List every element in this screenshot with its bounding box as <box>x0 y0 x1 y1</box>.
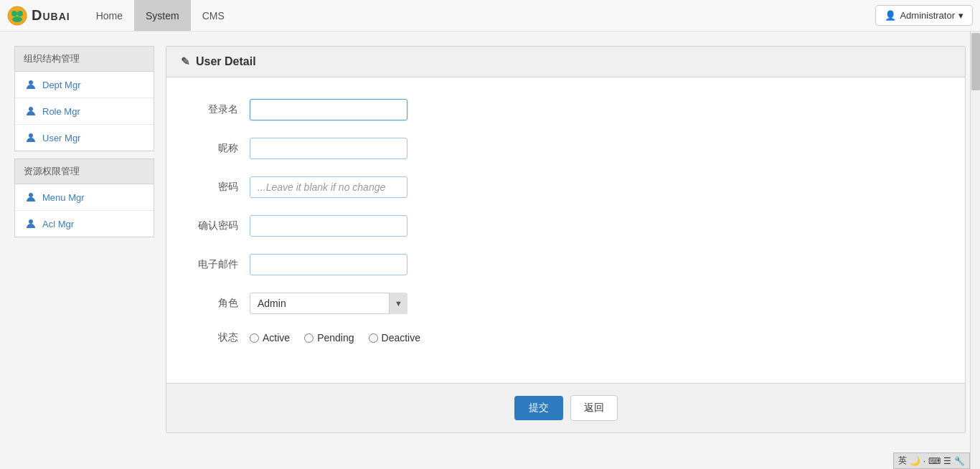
sidebar-item-menu-mgr[interactable]: Menu Mgr <box>15 184 154 211</box>
bottom-bar-lang: 英 <box>898 455 907 467</box>
svg-point-6 <box>29 133 33 138</box>
admin-chevron-icon: ▾ <box>958 10 963 21</box>
bottom-bar-icon5: 🔧 <box>954 456 965 466</box>
page-body: 组织结构管理 Dept Mgr Role Mgr <box>0 32 980 469</box>
admin-user-icon: 👤 <box>885 10 896 21</box>
main-content: ✎ User Detail 登录名 昵称 密码 <box>166 46 966 455</box>
email-input[interactable] <box>250 254 407 275</box>
sidebar-item-acl-mgr-label: Acl Mgr <box>42 219 74 229</box>
status-group: 状态 Active Pending Deactive <box>181 331 951 344</box>
brand-name: Dubai <box>32 7 70 24</box>
sidebar-group1-menu: Dept Mgr Role Mgr User Mgr <box>14 71 154 151</box>
svg-point-7 <box>29 193 33 197</box>
svg-point-4 <box>29 80 33 85</box>
svg-point-3 <box>12 16 22 22</box>
nickname-group: 昵称 <box>181 138 951 159</box>
status-radio-active[interactable]: Active <box>250 332 290 344</box>
navbar: Dubai Home System CMS 👤 Administrator ▾ <box>0 0 980 32</box>
username-group: 登录名 <box>181 99 951 120</box>
sidebar-item-role-mgr[interactable]: Role Mgr <box>15 98 154 125</box>
sidebar-item-menu-mgr-label: Menu Mgr <box>42 192 85 203</box>
person-icon <box>25 132 37 143</box>
scrollbar[interactable] <box>970 32 980 469</box>
status-radio-deactive-input[interactable] <box>369 333 378 343</box>
nav-menu: Home System CMS <box>85 0 876 31</box>
nav-item-home[interactable]: Home <box>85 0 134 31</box>
sidebar-item-role-mgr-label: Role Mgr <box>42 106 80 117</box>
nav-item-system[interactable]: System <box>134 0 191 31</box>
nickname-input[interactable] <box>250 138 407 159</box>
status-radio-active-input[interactable] <box>250 333 259 343</box>
status-active-label: Active <box>263 332 290 344</box>
status-radio-group: Active Pending Deactive <box>250 332 420 344</box>
email-group: 电子邮件 <box>181 254 951 275</box>
admin-label: Administrator <box>900 10 955 21</box>
bottom-bar-icon4: ☰ <box>943 456 951 466</box>
bottom-bar: 英 🌙 · ⌨ ☰ 🔧 <box>893 453 970 469</box>
svg-point-1 <box>11 11 17 16</box>
sidebar-item-dept-mgr[interactable]: Dept Mgr <box>15 72 154 98</box>
user-detail-card: ✎ User Detail 登录名 昵称 密码 <box>166 46 966 433</box>
person-icon <box>25 191 37 203</box>
svg-point-5 <box>29 107 33 111</box>
submit-button[interactable]: 提交 <box>514 396 563 420</box>
admin-dropdown-button[interactable]: 👤 Administrator ▾ <box>875 5 973 26</box>
svg-point-0 <box>8 6 27 25</box>
email-label: 电子邮件 <box>181 258 238 271</box>
password-group: 密码 <box>181 176 951 198</box>
status-radio-pending[interactable]: Pending <box>304 332 354 344</box>
password-label: 密码 <box>181 181 238 194</box>
sidebar-group2-title: 资源权限管理 <box>14 158 154 184</box>
role-label: 角色 <box>181 297 238 310</box>
status-label: 状态 <box>181 331 238 344</box>
bottom-bar-icon3: ⌨ <box>928 456 941 466</box>
sidebar-item-dept-mgr-label: Dept Mgr <box>42 80 80 90</box>
role-group: 角色 Admin ▼ <box>181 293 951 314</box>
bottom-bar-icon2: · <box>923 456 925 466</box>
person-icon <box>25 218 37 229</box>
person-icon <box>25 79 37 90</box>
confirm-password-input[interactable] <box>250 215 407 237</box>
sidebar-group2-menu: Menu Mgr Acl Mgr <box>14 184 154 237</box>
role-select[interactable]: Admin <box>250 293 407 314</box>
back-button[interactable]: 返回 <box>570 395 618 421</box>
sidebar: 组织结构管理 Dept Mgr Role Mgr <box>14 46 154 455</box>
card-header: ✎ User Detail <box>166 47 965 77</box>
card-footer: 提交 返回 <box>166 383 965 432</box>
sidebar-item-user-mgr[interactable]: User Mgr <box>15 125 154 151</box>
nav-item-cms[interactable]: CMS <box>191 0 236 31</box>
card-title: User Detail <box>196 55 256 68</box>
confirm-password-group: 确认密码 <box>181 215 951 237</box>
username-input[interactable] <box>250 99 407 120</box>
navbar-right: 👤 Administrator ▾ <box>875 5 973 26</box>
bottom-bar-icon1: 🌙 <box>910 456 920 466</box>
brand-logo-link[interactable]: Dubai <box>7 6 70 26</box>
sidebar-item-user-mgr-label: User Mgr <box>42 133 80 143</box>
person-icon <box>25 105 37 117</box>
nickname-label: 昵称 <box>181 142 238 155</box>
status-deactive-label: Deactive <box>382 332 420 344</box>
brand-logo-icon <box>7 6 27 26</box>
status-radio-deactive[interactable]: Deactive <box>369 332 420 344</box>
username-label: 登录名 <box>181 103 238 116</box>
scrollbar-thumb <box>971 33 980 90</box>
role-select-wrapper: Admin ▼ <box>250 293 407 314</box>
sidebar-item-acl-mgr[interactable]: Acl Mgr <box>15 211 154 237</box>
sidebar-group1-title: 组织结构管理 <box>14 46 154 71</box>
status-radio-pending-input[interactable] <box>304 333 314 343</box>
status-pending-label: Pending <box>317 332 354 344</box>
card-body: 登录名 昵称 密码 确认密码 <box>166 77 965 383</box>
svg-point-8 <box>29 219 33 224</box>
confirm-password-label: 确认密码 <box>181 219 238 232</box>
svg-point-2 <box>17 11 23 16</box>
password-input[interactable] <box>250 176 407 198</box>
edit-icon: ✎ <box>181 55 190 68</box>
